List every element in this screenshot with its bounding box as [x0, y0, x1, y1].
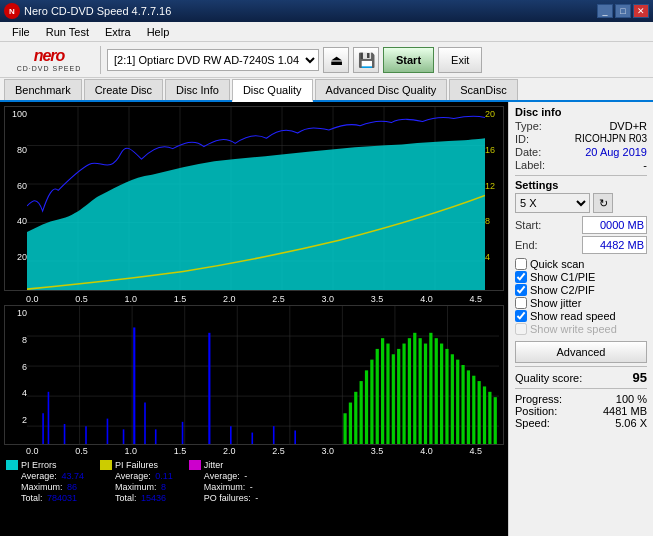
eject-button[interactable]: ⏏ [323, 47, 349, 73]
top-chart: 100 80 60 40 20 20 16 12 8 4 [4, 106, 504, 291]
svg-rect-41 [354, 392, 357, 445]
save-button[interactable]: 💾 [353, 47, 379, 73]
y-axis-left-bottom: 10 8 6 4 2 [5, 306, 27, 444]
tab-scandisc[interactable]: ScanDisc [449, 79, 517, 100]
pi-errors-color [6, 460, 18, 470]
tab-advanced-disc-quality[interactable]: Advanced Disc Quality [315, 79, 448, 100]
disc-date-row: Date: 20 Aug 2019 [515, 146, 647, 158]
disc-label-row: Label: - [515, 159, 647, 171]
pi-failures-max-label: Maximum: [115, 482, 157, 492]
menu-bar: File Run Test Extra Help [0, 22, 653, 42]
disc-id-row: ID: RICOHJPN R03 [515, 133, 647, 145]
divider-1 [515, 175, 647, 176]
show-jitter-checkbox[interactable] [515, 297, 527, 309]
show-read-speed-checkbox[interactable] [515, 310, 527, 322]
svg-rect-60 [456, 360, 459, 445]
pi-errors-avg-val: 43.74 [61, 471, 84, 481]
svg-rect-48 [392, 354, 395, 445]
settings-title: Settings [515, 179, 647, 191]
date-label: Date: [515, 146, 541, 158]
pi-failures-color [100, 460, 112, 470]
close-button[interactable]: ✕ [633, 4, 649, 18]
x-axis-labels-top: 0.0 0.5 1.0 1.5 2.0 2.5 3.0 3.5 4.0 4.5 [4, 293, 504, 305]
refresh-button[interactable]: ↻ [593, 193, 613, 213]
menu-extra[interactable]: Extra [97, 24, 139, 40]
quick-scan-row: Quick scan [515, 258, 647, 270]
show-c2-pif-checkbox[interactable] [515, 284, 527, 296]
end-mb-label: End: [515, 239, 538, 251]
advanced-button[interactable]: Advanced [515, 341, 647, 363]
pi-errors-label: PI Errors [21, 460, 57, 470]
nero-sub-text: CD·DVD SPEED [17, 65, 82, 72]
show-c1-pie-checkbox[interactable] [515, 271, 527, 283]
pi-errors-max-val: 86 [67, 482, 77, 492]
label-label: Label: [515, 159, 545, 171]
start-mb-label: Start: [515, 219, 541, 231]
start-mb-input[interactable] [582, 216, 647, 234]
quick-scan-checkbox[interactable] [515, 258, 527, 270]
svg-rect-62 [467, 370, 470, 445]
svg-rect-46 [381, 338, 384, 445]
app-icon: N [4, 3, 20, 19]
show-write-speed-label: Show write speed [530, 323, 617, 335]
svg-rect-42 [360, 381, 363, 445]
end-mb-input[interactable] [582, 236, 647, 254]
svg-rect-45 [376, 349, 379, 445]
pi-failures-total-val: 15436 [141, 493, 166, 503]
speed-row-progress: Speed: 5.06 X [515, 417, 647, 429]
legend-jitter: Jitter Average: - Maximum: - PO failures… [189, 460, 259, 503]
chart-legend: PI Errors Average: 43.74 Maximum: 86 Tot… [4, 457, 504, 506]
disc-info-title: Disc info [515, 106, 647, 118]
show-c2-pif-row: Show C2/PIF [515, 284, 647, 296]
menu-help[interactable]: Help [139, 24, 178, 40]
drive-selector[interactable]: [2:1] Optiarc DVD RW AD-7240S 1.04 [107, 49, 319, 71]
legend-pi-errors: PI Errors Average: 43.74 Maximum: 86 Tot… [6, 460, 84, 503]
toolbar-separator-1 [100, 46, 101, 74]
svg-rect-55 [429, 333, 432, 445]
svg-rect-53 [419, 338, 422, 445]
tab-disc-quality[interactable]: Disc Quality [232, 79, 313, 102]
jitter-max-label: Maximum: [204, 482, 246, 492]
x-axis-labels-bottom: 0.0 0.5 1.0 1.5 2.0 2.5 3.0 3.5 4.0 4.5 [4, 445, 504, 457]
svg-rect-66 [488, 392, 491, 445]
maximize-button[interactable]: □ [615, 4, 631, 18]
speed-selector[interactable]: 5 X 1 X 2 X 4 X 8 X Max [515, 193, 590, 213]
exit-button[interactable]: Exit [438, 47, 482, 73]
quick-scan-label: Quick scan [530, 258, 584, 270]
minimize-button[interactable]: _ [597, 4, 613, 18]
jitter-avg-label: Average: [204, 471, 240, 481]
title-bar-text: Nero CD-DVD Speed 4.7.7.16 [24, 5, 171, 17]
svg-rect-44 [370, 360, 373, 445]
svg-rect-49 [397, 349, 400, 445]
svg-rect-43 [365, 370, 368, 445]
start-button[interactable]: Start [383, 47, 434, 73]
right-panel: Disc info Type: DVD+R ID: RICOHJPN R03 D… [508, 102, 653, 536]
show-write-speed-checkbox[interactable] [515, 323, 527, 335]
tab-benchmark[interactable]: Benchmark [4, 79, 82, 100]
show-c1-pie-row: Show C1/PIE [515, 271, 647, 283]
pi-errors-total-val: 784031 [47, 493, 77, 503]
menu-run-test[interactable]: Run Test [38, 24, 97, 40]
tab-disc-info[interactable]: Disc Info [165, 79, 230, 100]
menu-file[interactable]: File [4, 24, 38, 40]
svg-rect-64 [478, 381, 481, 445]
tab-bar: Benchmark Create Disc Disc Info Disc Qua… [0, 78, 653, 102]
tab-create-disc[interactable]: Create Disc [84, 79, 163, 100]
pi-errors-avg-label: Average: [21, 471, 57, 481]
window-controls: _ □ ✕ [597, 4, 649, 18]
svg-rect-40 [349, 403, 352, 445]
svg-rect-67 [494, 397, 497, 445]
settings-section: Settings 5 X 1 X 2 X 4 X 8 X Max ↻ Start… [515, 179, 647, 254]
show-jitter-label: Show jitter [530, 297, 581, 309]
type-value: DVD+R [609, 120, 647, 132]
svg-rect-51 [408, 338, 411, 445]
position-value: 4481 MB [603, 405, 647, 417]
y-axis-right-top: 20 16 12 8 4 [485, 107, 503, 290]
legend-pi-failures: PI Failures Average: 0.11 Maximum: 8 Tot… [100, 460, 173, 503]
speed-label: Speed: [515, 417, 550, 429]
jitter-avg-val: - [244, 471, 247, 481]
svg-rect-63 [472, 376, 475, 445]
progress-row: Progress: 100 % [515, 393, 647, 405]
jitter-label: Jitter [204, 460, 224, 470]
divider-3 [515, 388, 647, 389]
